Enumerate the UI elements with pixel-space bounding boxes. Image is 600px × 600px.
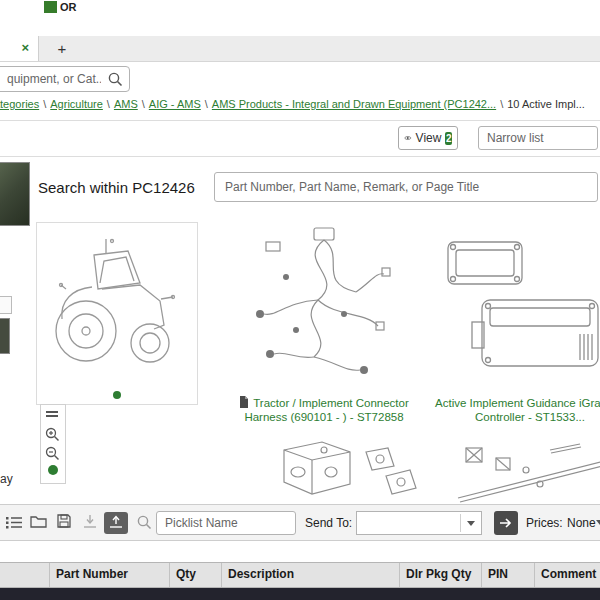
catalog-link-controller-label: Active Implement Guidance iGrade™ Contro… <box>435 397 600 423</box>
catalog-link-controller[interactable]: Active Implement Guidance iGrade™ Contro… <box>430 396 600 424</box>
view-count-badge: 2 <box>445 132 452 145</box>
toolbar-search-icon[interactable] <box>136 514 152 530</box>
save-icon[interactable] <box>56 513 72 529</box>
chevron-down-icon <box>596 520 600 525</box>
breadcrumb-separator: \ <box>142 98 145 110</box>
table-column-header-description: Description <box>222 563 400 587</box>
eye-icon <box>404 133 412 143</box>
table-column-header-select <box>0 563 50 587</box>
table-column-header-dlr-pkg-qty: Dlr Pkg Qty <box>400 563 482 587</box>
table-column-header-pin: PIN <box>482 563 535 587</box>
catalog-link-harness-label: Tractor / Implement Connector Harness (6… <box>244 397 408 423</box>
tab-strip: × + <box>0 36 600 62</box>
table-column-header-comment: Comment <box>535 563 600 587</box>
harness-drawing <box>226 222 422 390</box>
table-column-header-part-number: Part Number <box>50 563 170 587</box>
valve-drawing <box>226 440 422 504</box>
breadcrumb-current-page: 10 Active Impl... <box>507 98 585 110</box>
catalog-card-controller-image[interactable] <box>430 222 600 394</box>
left-panel-partial-control[interactable] <box>0 296 12 314</box>
breadcrumb: Categories\Agriculture\AMS\AIG - AMS\AMS… <box>0 98 600 110</box>
active-tab[interactable]: × <box>0 36 39 61</box>
divider <box>0 120 600 121</box>
hardware-drawing <box>430 440 600 504</box>
prices-select[interactable]: None <box>567 516 596 530</box>
view-button-label: View <box>416 131 442 145</box>
catalog-card-valve-image[interactable] <box>226 440 422 504</box>
tractor-drawing <box>42 227 192 387</box>
upload-button[interactable] <box>104 512 128 534</box>
divider <box>0 156 600 157</box>
active-page-indicator <box>113 391 121 399</box>
select-divider <box>460 514 461 532</box>
chevron-down-icon <box>467 521 475 526</box>
arrow-right-icon <box>499 517 513 529</box>
breadcrumb-separator: \ <box>43 98 46 110</box>
table-column-header-qty: Qty <box>170 563 222 587</box>
catalog-link-harness[interactable]: Tractor / Implement Connector Harness (6… <box>226 396 422 424</box>
page-file-icon <box>239 396 249 409</box>
send-to-selected-value <box>357 515 369 523</box>
page-thumbnail[interactable] <box>0 162 30 226</box>
picklist-toolbar: Send To: Prices: None <box>0 504 600 541</box>
breadcrumb-link-ams[interactable]: AMS <box>114 98 138 110</box>
tab-close-icon[interactable]: × <box>21 40 29 55</box>
breadcrumb-separator: \ <box>107 98 110 110</box>
picklist-name-input[interactable] <box>156 511 296 535</box>
zoom-fit-toggle[interactable] <box>48 465 58 475</box>
bottom-dark-strip <box>0 588 600 600</box>
zoom-in-icon[interactable] <box>45 427 60 442</box>
zoom-out-icon[interactable] <box>45 446 60 461</box>
left-partial-label: ay <box>0 472 13 486</box>
brand-logo-icon <box>44 1 57 13</box>
open-folder-icon[interactable] <box>30 514 47 528</box>
breadcrumb-link-ams-products[interactable]: AMS Products - Integral and Drawn Equipm… <box>212 98 496 110</box>
controller-drawing <box>430 222 600 390</box>
breadcrumb-link-aig-ams[interactable]: AIG - AMS <box>149 98 201 110</box>
picklist-list-icon[interactable] <box>6 515 23 530</box>
left-panel-partial-thumbnail[interactable] <box>0 318 10 354</box>
catalog-card-harness-image[interactable] <box>226 222 422 394</box>
brand-logo-text: OR <box>60 1 77 13</box>
top-header: OR <box>0 0 600 36</box>
search-icon[interactable] <box>107 71 123 87</box>
download-icon[interactable] <box>82 514 98 529</box>
new-tab-button[interactable]: + <box>50 38 74 59</box>
catalog-card-hardware-image[interactable] <box>430 440 600 504</box>
search-within-input[interactable] <box>214 172 598 202</box>
parts-catalog-app: OR × + Categories\Agriculture\AMS\AIG - … <box>0 0 600 600</box>
zoom-menu-handle-icon[interactable] <box>46 409 58 419</box>
view-button[interactable]: View 2 <box>398 126 458 150</box>
zoom-panel <box>40 404 66 484</box>
breadcrumb-separator: \ <box>205 98 208 110</box>
breadcrumb-separator: \ <box>500 98 503 110</box>
upload-icon <box>108 515 124 530</box>
prices-label: Prices: <box>526 516 563 530</box>
narrow-list-input[interactable] <box>478 126 598 150</box>
parts-table-header: Part Number Qty Description Dlr Pkg Qty … <box>0 562 600 588</box>
send-button[interactable] <box>494 511 518 535</box>
breadcrumb-link-categories[interactable]: Categories <box>0 98 39 110</box>
search-within-heading: Search within PC12426 <box>38 179 195 196</box>
send-to-select[interactable] <box>356 511 482 535</box>
breadcrumb-link-agriculture[interactable]: Agriculture <box>50 98 103 110</box>
send-to-label: Send To: <box>305 516 352 530</box>
catalog-card-tractor[interactable] <box>36 222 198 405</box>
